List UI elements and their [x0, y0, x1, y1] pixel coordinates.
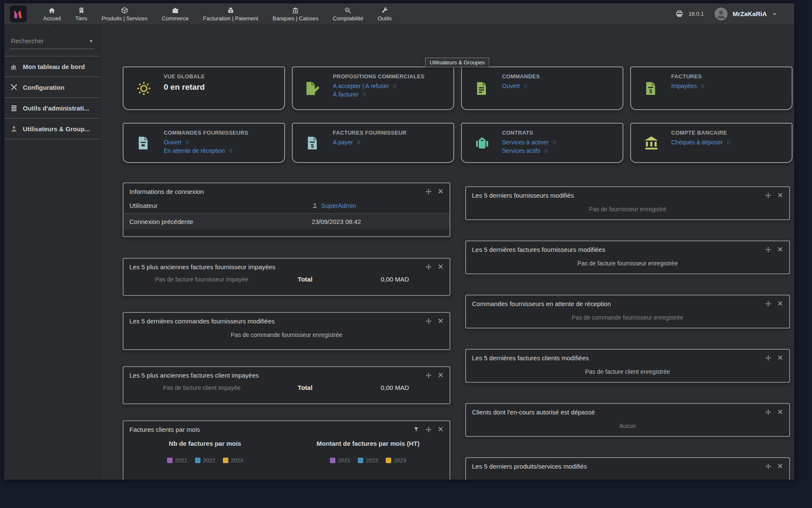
- main-menu: Accueil Tiers Produits | Services: [36, 3, 399, 24]
- nav-item-produits-services[interactable]: Produits | Services: [94, 3, 154, 24]
- total-label: Total: [298, 276, 313, 283]
- search-select[interactable]: Rechercher ▼: [10, 35, 94, 49]
- move-icon[interactable]: [425, 372, 432, 378]
- card-compte-bancaire[interactable]: COMPTE BANCAIRE Chèques à déposer0: [630, 123, 793, 163]
- cube-icon: [121, 6, 128, 14]
- contrats-activer-link[interactable]: Services à activer: [502, 139, 549, 146]
- move-icon[interactable]: [765, 355, 771, 361]
- move-icon[interactable]: [765, 246, 771, 253]
- legend-label: 2022: [366, 457, 378, 464]
- cheques-deposer-link[interactable]: Chèques à déposer: [671, 139, 723, 146]
- card-commandes-fournisseurs[interactable]: COMMANDES FOURNISSEURS Ouvert0 En attent…: [123, 123, 285, 163]
- empty-state-text: Pas de facture client enregistrée: [466, 364, 789, 381]
- sidebar-item-utilisateurs-groupes[interactable]: Utilisateurs & Group...: [4, 119, 100, 139]
- summary-cards-row-1: VUE GLOBALE 0 en retard PROPOSITIONS COM…: [123, 66, 793, 110]
- card-propositions-commerciales[interactable]: PROPOSITIONS COMMERCIALES A accepter | A…: [292, 66, 454, 110]
- commandes-ouvert-link[interactable]: Ouvert: [502, 83, 520, 89]
- nav-item-commerce[interactable]: Commerce: [154, 3, 196, 24]
- sidebar-item-tableau-de-bord[interactable]: Mon tableau de bord: [4, 56, 100, 77]
- nav-item-outils[interactable]: Outils: [370, 3, 399, 24]
- move-icon[interactable]: [425, 264, 432, 270]
- total-row: Pas de facture client impayée Total 0,00…: [123, 381, 450, 397]
- briefcase-icon: [172, 6, 179, 14]
- ff-payer-link[interactable]: A payer: [333, 139, 353, 146]
- widget-informations-connexion: Informations de connexion ✕ Utilisateur …: [123, 182, 450, 237]
- card-factures-fournisseur[interactable]: $ FACTURES FOURNISSEUR A payer0: [292, 123, 454, 163]
- empty-state-text: Aucun: [466, 418, 789, 435]
- move-icon[interactable]: [425, 318, 432, 324]
- move-icon[interactable]: [765, 192, 771, 199]
- sidebar-item-outils-administration[interactable]: Outils d'administrati...: [4, 98, 100, 119]
- card-commandes[interactable]: COMMANDES Ouvert0: [461, 66, 623, 110]
- username-label[interactable]: MrZaKaRiA: [732, 10, 767, 17]
- widget-derniers-produits-services: Les 5 derniers produits/services modifié…: [465, 457, 790, 480]
- chevron-down-icon[interactable]: [772, 11, 777, 17]
- close-icon[interactable]: ✕: [438, 188, 444, 195]
- card-title: PROPOSITIONS COMMERCIALES: [333, 73, 425, 80]
- move-icon[interactable]: [425, 188, 432, 195]
- cash-register-icon: [227, 6, 234, 14]
- nav-item-comptabilite[interactable]: Comptabilité: [326, 3, 370, 24]
- factures-impayees-link[interactable]: Impayées: [671, 83, 697, 89]
- user-icon: [312, 202, 318, 209]
- move-icon[interactable]: [765, 409, 771, 415]
- home-icon: [48, 6, 55, 14]
- legend-label: 2023: [394, 457, 406, 464]
- close-icon[interactable]: ✕: [777, 354, 783, 362]
- card-title: VUE GLOBALE: [164, 73, 205, 80]
- sun-icon: [123, 72, 164, 105]
- contrats-actifs-link[interactable]: Services actifs: [502, 147, 540, 154]
- widget-anciennes-factures-fournisseur: Les 5 plus anciennes factures fournisseu…: [123, 258, 450, 296]
- chart-nb-factures: Nb de factures par mois 2021 2022 2023 1…: [123, 440, 287, 464]
- close-icon[interactable]: ✕: [438, 426, 444, 433]
- card-factures[interactable]: $ FACTURES Impayées0: [630, 66, 793, 110]
- close-icon[interactable]: ✕: [438, 318, 444, 325]
- close-icon[interactable]: ✕: [438, 263, 444, 271]
- empty-state-text: Pas de facture client impayée: [123, 384, 280, 391]
- propositions-facturer-link[interactable]: À facturer: [333, 91, 359, 98]
- card-title: COMMANDES: [502, 73, 540, 80]
- close-icon[interactable]: ✕: [777, 463, 783, 470]
- bank-building-icon: [631, 128, 671, 158]
- filter-icon[interactable]: [413, 426, 420, 433]
- chart-montant-factures: Montant de factures par mois (HT) 2021 2…: [287, 440, 450, 464]
- card-title: COMPTE BANCAIRE: [671, 130, 730, 136]
- legend-swatch-2022: [358, 458, 363, 463]
- close-icon[interactable]: ✕: [438, 372, 444, 379]
- close-icon[interactable]: ✕: [777, 192, 783, 199]
- count-badge: 0: [357, 139, 360, 146]
- propositions-accepter-link[interactable]: A accepter | A refuser: [333, 83, 389, 89]
- card-contrats[interactable]: CONTRATS Services à activer0 Services ac…: [461, 123, 623, 163]
- avatar[interactable]: [715, 8, 727, 20]
- chart-legend: 2021 2022 2023: [287, 457, 450, 464]
- close-icon[interactable]: ✕: [777, 300, 783, 307]
- sidebar-item-configuration[interactable]: Configuration: [4, 77, 100, 98]
- building-icon: [78, 6, 85, 14]
- print-icon[interactable]: [675, 10, 683, 18]
- wrench-icon: [381, 6, 388, 14]
- legend-label: 2021: [338, 457, 350, 464]
- close-icon[interactable]: ✕: [777, 246, 783, 253]
- empty-state-text: Pas de commande fournisseur enregistrée: [466, 310, 789, 327]
- move-icon[interactable]: [765, 463, 771, 469]
- chart-title: Montant de factures par mois (HT): [287, 440, 450, 447]
- card-vue-globale[interactable]: VUE GLOBALE 0 en retard: [123, 66, 285, 110]
- app-logo[interactable]: [10, 6, 27, 22]
- cf-ouvert-link[interactable]: Ouvert: [164, 139, 181, 146]
- file-invoice-dollar-icon: $: [631, 72, 671, 105]
- superadmin-link[interactable]: SuperAdmin: [321, 202, 356, 209]
- count-badge: 0: [553, 139, 556, 146]
- nav-item-facturation-paiement[interactable]: Facturation | Paiement: [196, 3, 266, 24]
- cf-attente-link[interactable]: En attente de réception: [164, 147, 225, 154]
- total-row: Pas de facture fournisseur impayée Total…: [123, 273, 450, 289]
- nav-item-banques-caisses[interactable]: Banques | Caisses: [266, 3, 326, 24]
- move-icon[interactable]: [765, 301, 771, 307]
- close-icon[interactable]: ✕: [777, 409, 783, 416]
- widget-title: Les 5 plus anciennes factures fournisseu…: [129, 263, 425, 271]
- nav-item-tiers[interactable]: Tiers: [68, 3, 94, 24]
- version-label: 18.0.1: [689, 11, 704, 17]
- widget-clients-encours-depasse: Clients dont l'en-cours autorisé est dép…: [465, 403, 790, 437]
- nav-item-accueil[interactable]: Accueil: [36, 3, 68, 24]
- summary-cards-row-2: COMMANDES FOURNISSEURS Ouvert0 En attent…: [123, 123, 793, 163]
- move-icon[interactable]: [425, 426, 432, 433]
